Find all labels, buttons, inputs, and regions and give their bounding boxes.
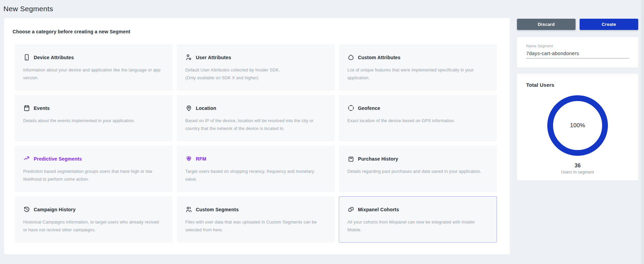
category-card-header: Location <box>185 104 326 112</box>
venn-icon <box>185 155 192 162</box>
category-description: Details about the events implemented in … <box>23 117 163 125</box>
category-title: User Attributes <box>196 55 231 60</box>
category-card-header: Events <box>23 104 163 112</box>
category-description: Based on IP of the device, location will… <box>185 117 326 133</box>
create-button[interactable]: Create <box>580 19 638 30</box>
users-icon <box>185 206 192 213</box>
shopping-bag-icon <box>347 155 355 162</box>
total-users-title: Total Users <box>517 82 638 88</box>
map-pin-icon <box>185 104 192 112</box>
blob-icon <box>347 54 355 61</box>
category-grid: Device AttributesInformation about your … <box>15 44 497 243</box>
category-card-header: Campaign History <box>23 206 163 213</box>
users-count: 36 <box>517 163 638 169</box>
category-card-header: Custom Attributes <box>347 54 488 61</box>
total-users-donut-chart: 100% <box>547 95 608 156</box>
sidebar: Discard Create Name Segment Total Users … <box>517 19 638 181</box>
category-title: Location <box>196 105 216 111</box>
category-card-rfm[interactable]: RFMTarget users based on shopping recenc… <box>177 146 335 192</box>
category-title: Predictive Segments <box>34 156 82 162</box>
category-description: Default User Attributes collected by Ins… <box>185 66 326 74</box>
category-card-header: Custom Segments <box>185 206 326 213</box>
category-title: Events <box>34 105 50 111</box>
category-title: Purchase History <box>358 156 398 162</box>
category-description: Files with user data that was uploaded i… <box>185 218 326 234</box>
category-card-header: Purchase History <box>347 155 488 162</box>
category-description: Exact location of the device based on GP… <box>347 117 488 125</box>
category-description: Details regarding past purchases and dat… <box>347 168 488 176</box>
category-card-events[interactable]: EventsDetails about the events implement… <box>15 95 173 141</box>
category-title: Device Attributes <box>34 55 74 60</box>
category-card-header: Mixpanel Cohorts <box>347 206 488 213</box>
category-card-geofence[interactable]: GeofenceExact location of the device bas… <box>339 95 497 141</box>
category-card-location[interactable]: LocationBased on IP of the device, locat… <box>177 95 335 141</box>
geofence-icon <box>347 104 355 112</box>
category-title: Geofence <box>358 105 380 111</box>
category-title: RFM <box>196 156 206 162</box>
category-title: Campaign History <box>34 207 76 212</box>
category-card-predictive-segments[interactable]: Predictive SegmentsPrediction based segm… <box>15 146 173 192</box>
category-card-header: User Attributes <box>185 54 326 61</box>
name-segment-card: Name Segment <box>517 37 638 68</box>
category-description-note: (Only available on SDK X and higher) <box>185 74 326 82</box>
category-description: Information about your device and applic… <box>23 66 163 82</box>
trend-arrow-icon <box>23 155 30 162</box>
category-card-mixpanel-cohorts[interactable]: Mixpanel CohortsAll your cohorts from Mi… <box>339 196 497 243</box>
category-card-header: RFM <box>185 155 326 162</box>
donut-percent-label: 100% <box>570 122 585 129</box>
action-button-row: Discard Create <box>517 19 638 30</box>
category-description: All your cohorts from Mixpanel can now b… <box>347 218 488 234</box>
category-card-purchase-history[interactable]: Purchase HistoryDetails regarding past p… <box>339 146 497 192</box>
category-title: Mixpanel Cohorts <box>358 207 399 212</box>
category-description: Prediction based segmentation groups use… <box>23 168 163 183</box>
users-caption: Users in segment <box>517 170 638 175</box>
category-card-custom-segments[interactable]: Custom SegmentsFiles with user data that… <box>177 196 335 243</box>
category-card-campaign-history[interactable]: Campaign HistoryHistorical Campaigns inf… <box>15 196 173 243</box>
total-users-card: Total Users 100% 36 Users in segment <box>517 74 638 181</box>
page-title: New Segments <box>3 5 53 13</box>
category-card-custom-attributes[interactable]: Custom AttributesList of unique features… <box>339 44 497 90</box>
calendar-icon <box>23 104 30 112</box>
discard-button[interactable]: Discard <box>517 19 576 30</box>
category-description: List of unique features that were implem… <box>347 66 488 82</box>
history-clock-icon <box>23 206 30 213</box>
vertical-scrollbar[interactable] <box>641 0 644 264</box>
category-card-device-attributes[interactable]: Device AttributesInformation about your … <box>15 44 173 90</box>
segment-category-panel: Choose a category before creating a new … <box>4 18 510 254</box>
category-card-header: Device Attributes <box>23 54 163 61</box>
category-description: Target users based on shopping recency, … <box>185 168 326 183</box>
name-segment-input[interactable] <box>526 50 629 59</box>
user-device-icon <box>185 54 192 61</box>
category-title: Custom Attributes <box>358 55 400 60</box>
smartphone-icon <box>23 54 30 61</box>
category-title: Custom Segments <box>196 207 239 212</box>
integration-icon <box>347 206 355 213</box>
name-segment-label: Name Segment <box>526 44 629 48</box>
category-card-header: Predictive Segments <box>23 155 163 162</box>
category-card-user-attributes[interactable]: User AttributesDefault User Attributes c… <box>177 44 335 90</box>
category-card-header: Geofence <box>347 104 488 112</box>
category-description: Historical Campaigns information, to tar… <box>23 218 163 234</box>
panel-subtitle: Choose a category before creating a new … <box>13 29 130 34</box>
